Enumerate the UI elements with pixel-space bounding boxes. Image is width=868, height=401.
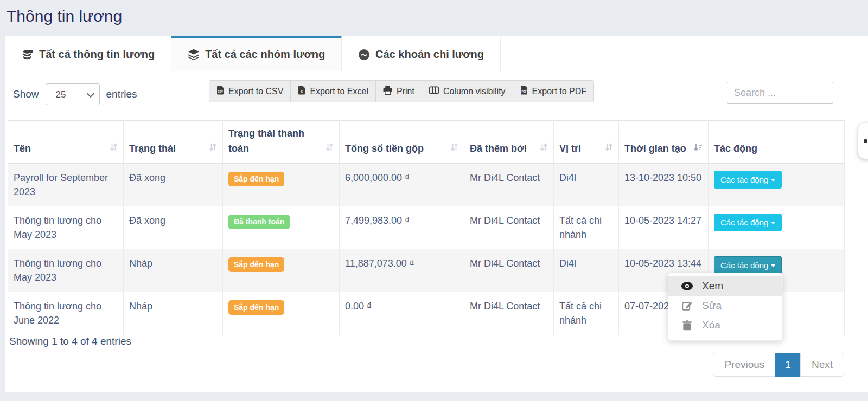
tab-label: Các khoản chi lương (375, 48, 484, 61)
column-visibility-button[interactable]: Column visibility (422, 80, 513, 102)
column-header-name[interactable]: Tên (8, 121, 124, 164)
sort-icon (605, 141, 613, 157)
tab-bar: Tất cả thông tin lương Tất cả các nhóm l… (5, 36, 868, 71)
cell-status: Nháp (124, 292, 223, 335)
printer-icon (383, 86, 392, 97)
table-row: Payroll for September 2023 Đã xong Sắp đ… (8, 163, 845, 206)
cell-location: Di4l (554, 249, 619, 292)
cell-location: Tất cả chi nhánh (554, 206, 619, 249)
cell-gross: 0.00 ₫ (340, 292, 464, 335)
cell-location: Di4l (554, 163, 619, 206)
actions-dropdown-button[interactable]: Các tác động (714, 214, 782, 231)
next-page-button[interactable]: Next (800, 353, 844, 377)
sort-icon (540, 141, 548, 157)
cell-payment-status: Sắp đến hạn (223, 292, 340, 335)
previous-page-button[interactable]: Previous (713, 353, 776, 377)
menu-item-label: Xóa (702, 319, 720, 331)
export-pdf-button[interactable]: PDF Export to PDF (513, 80, 594, 102)
cell-added-by: Mr Di4L Contact (464, 292, 554, 335)
tab-label: Tất cả thông tin lương (39, 48, 155, 61)
column-header-location[interactable]: Vị trí (554, 121, 619, 164)
button-label: Column visibility (443, 87, 506, 96)
table-row: Thông tin lương cho May 2023 Đã xong Đã … (8, 206, 845, 249)
cell-gross: 7,499,983.00 ₫ (340, 206, 464, 249)
cell-status: Đã xong (124, 163, 223, 206)
cell-added-by: Mr Di4L Contact (464, 163, 554, 206)
cell-payment-status: Sắp đến hạn (223, 249, 340, 292)
entries-label: entries (106, 88, 137, 100)
cell-status: Đã xong (124, 206, 223, 249)
cell-created: 10-05-2023 14:27 (619, 206, 709, 249)
cell-actions: Các tác động (709, 163, 845, 206)
page-title: Thông tin lương (7, 7, 122, 25)
pagination: Previous 1 Next (713, 353, 844, 377)
cell-gross: 11,887,073.00 ₫ (340, 249, 464, 292)
page-length-select[interactable]: 25 (46, 83, 100, 105)
print-button[interactable]: Print (375, 80, 422, 102)
cell-added-by: Mr Di4L Contact (464, 206, 554, 249)
cell-payment-status: Sắp đến hạn (223, 163, 340, 206)
cell-name: Payroll for September 2023 (8, 163, 124, 206)
file-excel-icon: x (298, 86, 305, 97)
status-badge: Sắp đến hạn (228, 172, 284, 186)
column-header-status[interactable]: Trạng thái (124, 121, 223, 164)
menu-item-view[interactable]: Xem (668, 276, 782, 296)
file-csv-icon: CSV (216, 86, 224, 97)
caret-down-icon (771, 179, 775, 182)
button-label: Print (397, 87, 414, 96)
tab-all-payroll-info[interactable]: Tất cả thông tin lương (5, 36, 171, 71)
sort-icon (326, 141, 334, 157)
export-csv-button[interactable]: CSV Export to CSV (209, 80, 291, 102)
svg-text:CSV: CSV (218, 90, 223, 93)
cell-gross: 6,000,000.00 ₫ (340, 163, 464, 206)
button-label: Export to Excel (310, 87, 368, 96)
menu-item-label: Sửa (702, 300, 722, 312)
sort-desc-icon (693, 141, 703, 157)
status-badge: Sắp đến hạn (228, 300, 284, 315)
column-header-added-by[interactable]: Đã thêm bởi (464, 121, 554, 164)
cell-created: 13-10-2023 10:50 (619, 163, 709, 206)
trash-icon (680, 320, 693, 331)
button-label: Export to PDF (532, 87, 586, 96)
actions-dropdown-button[interactable]: Các tác động (714, 171, 782, 189)
svg-text:PDF: PDF (521, 90, 526, 93)
export-excel-button[interactable]: x Export to Excel (290, 80, 376, 102)
table-header-row: Tên Trạng thái Trạng thái thanh toán Tổn… (8, 121, 845, 164)
columns-icon (429, 86, 439, 96)
actions-dropdown-button-open[interactable]: Các tác động (714, 256, 782, 274)
button-label: Export to CSV (228, 87, 283, 96)
coins-icon (22, 49, 34, 60)
circle-badge-icon (358, 49, 370, 61)
tab-all-salary-groups[interactable]: Tất cả các nhóm lương (171, 36, 342, 71)
file-pdf-icon: PDF (520, 86, 528, 97)
floating-widget-dot-icon (864, 139, 867, 143)
eye-icon (680, 282, 693, 290)
cell-payment-status: Đã thanh toán (223, 206, 340, 249)
layers-icon (188, 49, 200, 60)
status-badge: Đã thanh toán (228, 215, 290, 229)
svg-text:x: x (301, 89, 303, 93)
export-button-group: CSV Export to CSV x Export to Excel Prin… (209, 80, 594, 102)
menu-item-edit[interactable]: Sửa (668, 296, 782, 315)
caret-down-icon (771, 264, 775, 267)
menu-item-label: Xem (702, 280, 723, 292)
floating-widget[interactable] (858, 123, 868, 159)
show-label: Show (13, 88, 39, 100)
cell-added-by: Mr Di4L Contact (464, 249, 554, 292)
page-number-button[interactable]: 1 (775, 353, 801, 377)
page-length-select-wrap: 25 (46, 83, 100, 105)
cell-location: Tất cả chi nhánh (554, 292, 619, 335)
column-header-created[interactable]: Thời gian tạo (619, 121, 709, 164)
cell-name: Thông tin lương cho June 2022 (8, 292, 124, 335)
cell-actions: Các tác động (709, 206, 845, 249)
tab-salary-payments[interactable]: Các khoản chi lương (342, 36, 501, 71)
column-header-gross[interactable]: Tổng số tiền gộp (340, 121, 464, 164)
menu-item-delete[interactable]: Xóa (668, 315, 782, 335)
search-input[interactable] (727, 82, 833, 104)
entries-info: Showing 1 to 4 of 4 entries (9, 335, 131, 347)
status-badge: Sắp đến hạn (228, 257, 284, 272)
sort-icon (110, 141, 118, 157)
column-header-actions: Tác động (709, 121, 845, 164)
edit-icon (680, 301, 693, 311)
column-header-payment-status[interactable]: Trạng thái thanh toán (223, 121, 340, 164)
